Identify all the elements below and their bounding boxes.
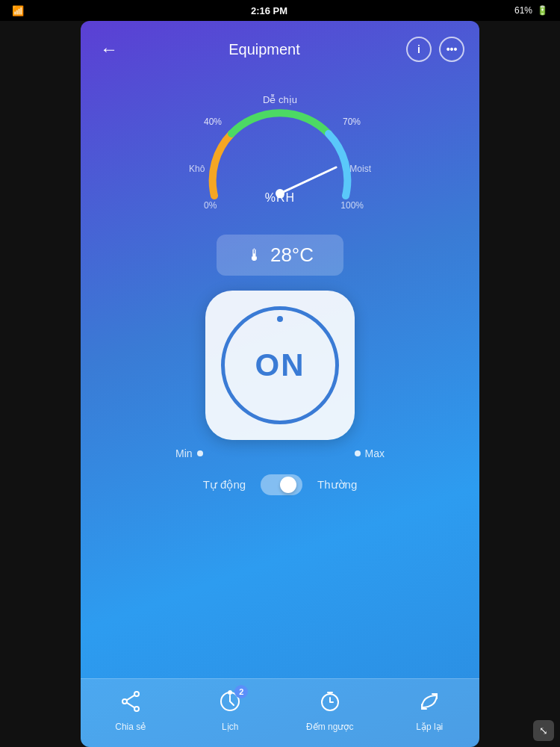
nav-item-share[interactable]: Chia sẻ <box>105 689 157 732</box>
status-bar: 📶 2:16 PM 61% 🔋 <box>0 0 560 21</box>
label-70: 70% <box>343 117 361 127</box>
toggle-right-label: Thường <box>317 478 357 492</box>
toggle-row: Tự động Thường <box>203 474 358 495</box>
on-label: ON <box>255 347 305 383</box>
info-button[interactable]: i <box>406 37 432 62</box>
max-dot <box>355 450 361 456</box>
nav-item-schedule[interactable]: 2 Lịch <box>204 689 256 732</box>
back-button[interactable]: ← <box>96 36 122 63</box>
pleasant-label: Dễ chịu <box>263 94 297 105</box>
main-content: Dễ chịu 40% 70% Khô Moist 0% 100% %RH 🌡 … <box>81 70 479 678</box>
countdown-icon <box>318 689 342 717</box>
resize-handle[interactable]: ⤡ <box>533 720 554 741</box>
schedule-label: Lịch <box>222 722 238 732</box>
info-icon: i <box>417 43 420 55</box>
header-actions: i ••• <box>406 37 464 62</box>
battery-icon: 🔋 <box>537 5 548 16</box>
on-dot <box>277 316 283 322</box>
toggle-knob <box>280 477 296 493</box>
label-kho: Khô <box>189 164 205 174</box>
gauge-labels: Dễ chịu 40% 70% Khô Moist 0% 100% %RH <box>183 78 377 227</box>
humidity-gauge: Dễ chịu 40% 70% Khô Moist 0% 100% %RH <box>183 78 377 227</box>
header: ← Equipment i ••• <box>81 21 479 70</box>
label-0: 0% <box>204 200 217 211</box>
schedule-badge: 2 <box>234 685 248 698</box>
app-container: ← Equipment i ••• <box>81 21 479 747</box>
svg-line-6 <box>126 695 134 701</box>
label-100: 100% <box>340 200 364 211</box>
on-button-container: ON <box>205 291 355 440</box>
label-40: 40% <box>204 117 222 127</box>
repeat-label: Lặp lại <box>416 722 443 732</box>
on-circle: ON <box>221 306 339 424</box>
nav-item-countdown[interactable]: Đếm ngược <box>304 689 356 732</box>
nav-item-repeat[interactable]: Lặp lại <box>403 689 455 732</box>
on-button[interactable]: ON <box>205 291 355 440</box>
gauge-unit: %RH <box>265 191 295 205</box>
time-display: 2:16 PM <box>251 5 287 16</box>
back-arrow-icon: ← <box>100 39 118 60</box>
battery-text: 61% <box>514 5 532 16</box>
repeat-icon <box>417 689 441 717</box>
share-icon <box>119 689 143 717</box>
bottom-nav: Chia sẻ 2 Lịch <box>81 678 479 747</box>
svg-point-9 <box>228 691 231 694</box>
thermometer-icon: 🌡 <box>246 246 263 265</box>
mode-toggle[interactable] <box>261 474 302 495</box>
temperature-display: 🌡 28°C <box>217 235 343 276</box>
temperature-value: 28°C <box>270 244 314 267</box>
wifi-icon: 📶 <box>12 5 24 16</box>
more-icon: ••• <box>447 43 458 55</box>
share-label: Chia sẻ <box>115 722 146 732</box>
svg-line-7 <box>126 703 134 708</box>
min-dot <box>197 450 203 456</box>
page-title: Equipment <box>228 41 300 58</box>
max-label: Max <box>355 447 385 459</box>
schedule-icon: 2 <box>218 689 242 717</box>
min-max-row: Min Max <box>175 447 385 459</box>
min-label: Min <box>175 447 203 459</box>
countdown-label: Đếm ngược <box>306 722 353 732</box>
label-moist: Moist <box>349 164 371 174</box>
toggle-left-label: Tự động <box>203 478 246 492</box>
more-button[interactable]: ••• <box>439 37 464 62</box>
